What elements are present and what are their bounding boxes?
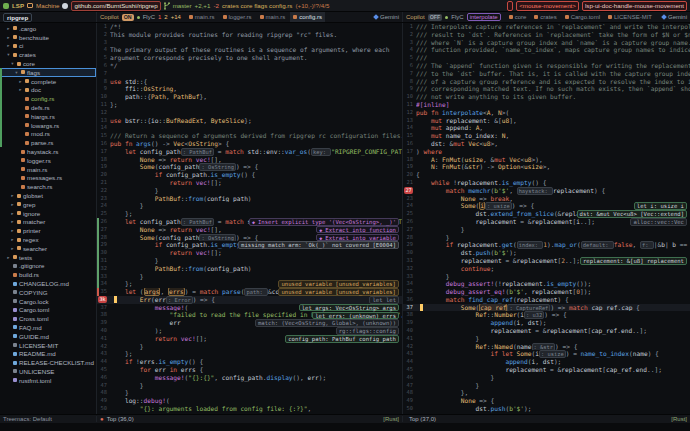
code-line[interactable]: 2This module provides routines for readi…	[97, 31, 402, 39]
code-action[interactable]: Extract into variable	[316, 234, 399, 242]
code-line[interactable]: 32 PathBuf::from(config_path)	[97, 265, 402, 273]
code-line[interactable]: 14	[97, 124, 402, 132]
code-line[interactable]: 31 }	[97, 257, 402, 265]
code-line[interactable]: 48 },	[403, 389, 690, 397]
tree-item[interactable]: .gitignore	[0, 262, 96, 271]
code-line[interactable]: 29 if replacement.get(index: 1).map_or(d…	[403, 241, 690, 249]
code-line[interactable]: 46 message!("{}:{}", config_path.display…	[97, 374, 402, 382]
code-line[interactable]: 5///	[403, 54, 690, 62]
tab-Cargo.toml[interactable]: Cargo.toml	[562, 12, 603, 22]
code-line[interactable]: 19 Some(config_path: OsString) => {	[97, 163, 402, 171]
tree-item[interactable]: ▸matcher	[0, 218, 96, 227]
code-line[interactable]: 16 dst: &mut Vec<u8>,	[403, 140, 690, 148]
tab-main.rs[interactable]: main.rs	[257, 12, 289, 22]
code-line[interactable]: 27 }	[403, 226, 690, 234]
tree-item[interactable]: ▸complete	[0, 77, 96, 86]
code-line[interactable]: 44 if !errs.is_empty() {	[97, 358, 402, 366]
code-line[interactable]: 45 for err in errs {	[97, 366, 402, 374]
code-line[interactable]: 43 };	[97, 350, 402, 358]
code-line[interactable]: 22 }	[97, 187, 402, 195]
tree-item[interactable]: COPYING	[0, 288, 96, 297]
tree-item[interactable]: Cargo.lock	[0, 297, 96, 306]
code-line[interactable]: 41 }	[403, 335, 690, 343]
tab-crates[interactable]: crates	[531, 12, 559, 22]
tree-item[interactable]: GUIDE.md	[0, 332, 96, 341]
code-line[interactable]: 47 }	[403, 382, 690, 390]
tree-item[interactable]: ▸ci	[0, 42, 96, 51]
editor-pane-right[interactable]: 1/// Interpolate capture references in `…	[402, 23, 690, 414]
tree-item[interactable]: main.rs	[0, 165, 96, 174]
code-line[interactable]: 50 "{}: arguments loaded from config fil…	[97, 405, 402, 413]
code-line[interactable]: 22 match memchr(b'$', haystack: replacem…	[403, 187, 690, 195]
code-line[interactable]: 47 }	[97, 382, 402, 390]
tree-item[interactable]: UNLICENSE	[0, 367, 96, 376]
code-line[interactable]: 21 while !replacement.is_empty() {	[403, 179, 690, 187]
error-count[interactable]: 1	[158, 14, 161, 20]
code-line[interactable]: 10/// not write anything to its given bu…	[403, 93, 690, 101]
code-line[interactable]: 16pub fn args() -> Vec<OsString> {	[97, 140, 402, 148]
code-line[interactable]: 11};	[97, 101, 402, 109]
code-line[interactable]: 33 }	[97, 273, 402, 281]
tree-item[interactable]: FAQ.md	[0, 323, 96, 332]
tree-item[interactable]: ▸globset	[0, 191, 96, 200]
code-line[interactable]: 4The primary output of these routines is…	[97, 46, 402, 54]
tree-item[interactable]: ▸benchsuite	[0, 33, 96, 42]
code-line[interactable]: 42 Ref::Named(name: &str) => {	[403, 343, 690, 351]
copilot-toggle[interactable]: OFF	[428, 14, 443, 21]
tree-item[interactable]: README.md	[0, 349, 96, 358]
tree-item[interactable]: search.rs	[0, 182, 96, 191]
code-line[interactable]: 10 path::{Path, PathBuf},	[97, 93, 402, 101]
code-line[interactable]: 33 }	[403, 273, 690, 281]
tree-item[interactable]: ▸searcher	[0, 244, 96, 253]
diagnostic-badge[interactable]: 3k	[98, 296, 107, 303]
flycheck-label[interactable]: FlyC	[143, 14, 155, 20]
code-line[interactable]: 25 };	[97, 210, 402, 218]
code-line[interactable]: 36 match find_cap_ref(replacement) {	[403, 296, 690, 304]
tree-item[interactable]: ▸printer	[0, 226, 96, 235]
code-line[interactable]: 3	[97, 39, 402, 47]
tree-item[interactable]: rustfmt.toml	[0, 376, 96, 385]
code-line[interactable]: 13use bstr::{io::BufReadExt, ByteSlice};	[97, 117, 402, 125]
copilot-toggle[interactable]: ON	[122, 14, 134, 21]
code-line[interactable]: 49 log::debug!(	[97, 397, 402, 405]
code-line[interactable]: 43 if let Some(i: usize) = name_to_index…	[403, 350, 690, 358]
file-tree[interactable]: ▸.cargo▸benchsuite▸ci▾crates▾core▾flags▸…	[0, 23, 97, 414]
code-line[interactable]: 15/// Return a sequence of arguments der…	[97, 132, 402, 140]
tree-item[interactable]: parse.rs	[0, 138, 96, 147]
tree-item[interactable]: ▾flags	[0, 68, 96, 77]
code-line[interactable]: 18 A: FnMut(usize, &mut Vec<u8>),	[403, 156, 690, 164]
tab-main.rs[interactable]: main.rs	[186, 12, 218, 22]
tree-item[interactable]: LICENSE-MIT	[0, 341, 96, 350]
code-line[interactable]: 23 None => break,	[403, 195, 690, 203]
code-line[interactable]: 40 replacement = &replacement[cap_ref.en…	[403, 327, 690, 335]
tree-item[interactable]: config.rs	[0, 94, 96, 103]
code-line[interactable]: 8/// of a capture group reference and is…	[403, 78, 690, 86]
code-line[interactable]: 42 }	[97, 343, 402, 351]
project-title[interactable]: ripgrep	[3, 13, 32, 22]
code-line[interactable]: 1/// Interpolate capture references in `…	[403, 23, 690, 31]
git-branch-name[interactable]: master	[173, 2, 192, 9]
tree-item[interactable]: defs.rs	[0, 103, 96, 112]
code-line[interactable]: 49 None => {	[403, 397, 690, 405]
code-line[interactable]: 32 continue;	[403, 265, 690, 273]
assistant-indicator[interactable]: Gemini	[662, 14, 687, 20]
code-line[interactable]: 30 return vec![];	[97, 249, 402, 257]
tree-item[interactable]: RELEASE-CHECKLIST.md	[0, 358, 96, 367]
code-line[interactable]: 7/// to the `dst` buffer. That is, it is…	[403, 70, 690, 78]
tab-haystack.rs[interactable]: haystack.rs	[657, 12, 659, 22]
code-line[interactable]: 28 }	[403, 234, 690, 242]
code-line[interactable]: 2/// result to `dst`. References in `rep…	[403, 31, 690, 39]
code-line[interactable]: 46 }	[403, 374, 690, 382]
tree-item[interactable]: build.rs	[0, 270, 96, 279]
code-line[interactable]: 8use std::{	[97, 78, 402, 86]
code-line[interactable]: 6/// The `append` function given is resp…	[403, 62, 690, 70]
tree-item[interactable]: ▾crates	[0, 50, 96, 59]
code-line[interactable]: 15 mut name_to_index: N,	[403, 132, 690, 140]
tab-config.rs[interactable]: config.rs	[290, 12, 325, 22]
code-line[interactable]: 39 append(i, dst);	[403, 319, 690, 327]
code-line[interactable]: 44 append(i, dst);	[403, 358, 690, 366]
assistant-indicator[interactable]: Gemini	[374, 14, 399, 20]
repo-name[interactable]: github.com/BurntSushi/ripgrep	[71, 1, 160, 11]
tree-item[interactable]: CHANGELOG.md	[0, 279, 96, 288]
tree-item[interactable]: ▸.cargo	[0, 24, 96, 33]
